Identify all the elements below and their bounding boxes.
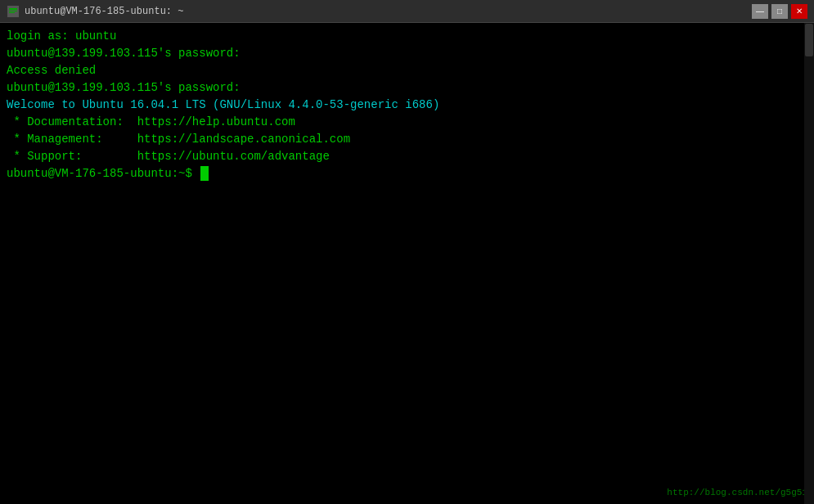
title-bar: ubuntu@VM-176-185-ubuntu: ~ — □ ✕ — [0, 0, 814, 23]
terminal-body[interactable]: login as: ubuntuubuntu@139.199.103.115's… — [0, 23, 814, 504]
terminal-output: login as: ubuntuubuntu@139.199.103.115's… — [7, 28, 807, 182]
close-button[interactable]: ✕ — [791, 4, 807, 19]
terminal-line: * Support: https://ubuntu.com/advantage — [7, 148, 807, 165]
svg-rect-2 — [9, 11, 17, 11]
terminal-line: ubuntu@139.199.103.115's password: — [7, 79, 807, 97]
minimize-button[interactable]: — — [752, 4, 768, 19]
terminal-line: ubuntu@VM-176-185-ubuntu:~$ — [7, 165, 807, 182]
terminal-line: Welcome to Ubuntu 16.04.1 LTS (GNU/Linux… — [7, 97, 807, 114]
scrollbar[interactable] — [804, 23, 814, 504]
terminal-line: * Documentation: https://help.ubuntu.com — [7, 114, 807, 131]
terminal-line: ubuntu@139.199.103.115's password: — [7, 45, 807, 62]
window-controls: — □ ✕ — [752, 4, 807, 19]
window-icon — [7, 5, 20, 18]
scrollbar-thumb[interactable] — [805, 24, 813, 56]
svg-rect-1 — [9, 8, 17, 10]
svg-rect-3 — [9, 12, 15, 13]
window-title: ubuntu@VM-176-185-ubuntu: ~ — [25, 6, 752, 17]
watermark: http://blog.csdn.net/g5g51 — [667, 488, 807, 497]
terminal-cursor — [200, 166, 209, 181]
terminal-line: * Management: https://landscape.canonica… — [7, 131, 807, 148]
maximize-button[interactable]: □ — [771, 4, 788, 19]
terminal-line: Access denied — [7, 62, 807, 79]
terminal-line: login as: ubuntu — [7, 28, 807, 45]
